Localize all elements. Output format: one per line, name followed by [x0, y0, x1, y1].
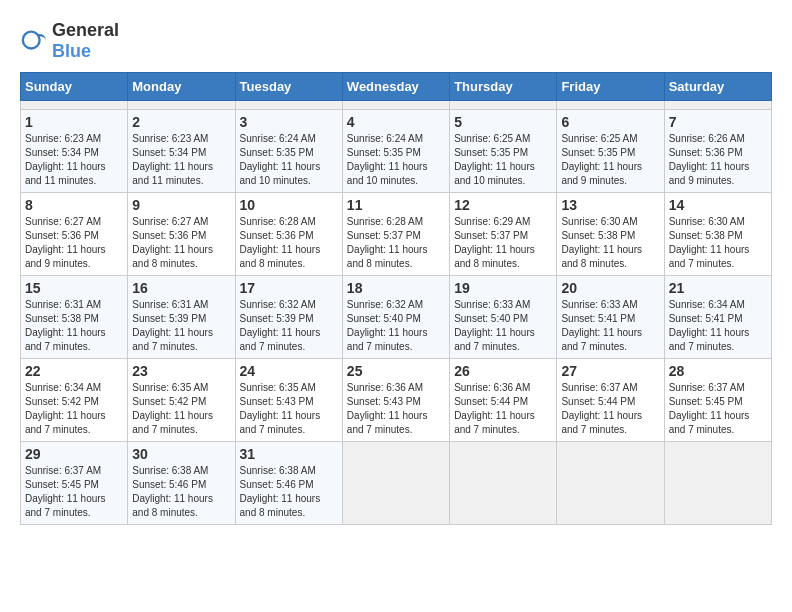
day-number: 19 — [454, 280, 552, 296]
sunrise: Sunrise: 6:25 AM — [454, 133, 530, 144]
daylight: Daylight: 11 hours and 7 minutes. — [132, 410, 213, 435]
sunset: Sunset: 5:41 PM — [669, 313, 743, 324]
sunset: Sunset: 5:39 PM — [240, 313, 314, 324]
daylight: Daylight: 11 hours and 7 minutes. — [669, 244, 750, 269]
daylight: Daylight: 11 hours and 7 minutes. — [347, 410, 428, 435]
sunrise: Sunrise: 6:24 AM — [347, 133, 423, 144]
calendar-cell: 29Sunrise: 6:37 AMSunset: 5:45 PMDayligh… — [21, 442, 128, 525]
daylight: Daylight: 11 hours and 7 minutes. — [240, 410, 321, 435]
calendar-cell: 7Sunrise: 6:26 AMSunset: 5:36 PMDaylight… — [664, 110, 771, 193]
sunset: Sunset: 5:38 PM — [669, 230, 743, 241]
daylight: Daylight: 11 hours and 8 minutes. — [240, 244, 321, 269]
sunrise: Sunrise: 6:23 AM — [132, 133, 208, 144]
day-number: 4 — [347, 114, 445, 130]
sunrise: Sunrise: 6:33 AM — [454, 299, 530, 310]
header-wednesday: Wednesday — [342, 73, 449, 101]
day-number: 21 — [669, 280, 767, 296]
header-friday: Friday — [557, 73, 664, 101]
sunrise: Sunrise: 6:33 AM — [561, 299, 637, 310]
svg-point-0 — [23, 32, 40, 49]
day-info: Sunrise: 6:32 AMSunset: 5:40 PMDaylight:… — [347, 298, 445, 354]
day-info: Sunrise: 6:23 AMSunset: 5:34 PMDaylight:… — [25, 132, 123, 188]
sunset: Sunset: 5:35 PM — [561, 147, 635, 158]
day-number: 27 — [561, 363, 659, 379]
calendar-cell — [342, 101, 449, 110]
calendar-cell: 2Sunrise: 6:23 AMSunset: 5:34 PMDaylight… — [128, 110, 235, 193]
calendar-week-row: 22Sunrise: 6:34 AMSunset: 5:42 PMDayligh… — [21, 359, 772, 442]
calendar-week-row: 15Sunrise: 6:31 AMSunset: 5:38 PMDayligh… — [21, 276, 772, 359]
day-info: Sunrise: 6:24 AMSunset: 5:35 PMDaylight:… — [347, 132, 445, 188]
day-number: 10 — [240, 197, 338, 213]
daylight: Daylight: 11 hours and 7 minutes. — [25, 410, 106, 435]
day-number: 12 — [454, 197, 552, 213]
sunrise: Sunrise: 6:35 AM — [132, 382, 208, 393]
sunrise: Sunrise: 6:30 AM — [561, 216, 637, 227]
calendar-cell: 16Sunrise: 6:31 AMSunset: 5:39 PMDayligh… — [128, 276, 235, 359]
day-info: Sunrise: 6:30 AMSunset: 5:38 PMDaylight:… — [669, 215, 767, 271]
day-info: Sunrise: 6:36 AMSunset: 5:44 PMDaylight:… — [454, 381, 552, 437]
day-number: 1 — [25, 114, 123, 130]
calendar-cell: 31Sunrise: 6:38 AMSunset: 5:46 PMDayligh… — [235, 442, 342, 525]
sunset: Sunset: 5:35 PM — [240, 147, 314, 158]
calendar-cell — [235, 101, 342, 110]
calendar-cell — [557, 442, 664, 525]
day-info: Sunrise: 6:37 AMSunset: 5:45 PMDaylight:… — [25, 464, 123, 520]
calendar-cell: 3Sunrise: 6:24 AMSunset: 5:35 PMDaylight… — [235, 110, 342, 193]
sunset: Sunset: 5:46 PM — [240, 479, 314, 490]
logo-icon — [20, 27, 48, 55]
day-number: 11 — [347, 197, 445, 213]
daylight: Daylight: 11 hours and 7 minutes. — [561, 327, 642, 352]
calendar-week-row — [21, 101, 772, 110]
daylight: Daylight: 11 hours and 9 minutes. — [561, 161, 642, 186]
day-number: 9 — [132, 197, 230, 213]
sunrise: Sunrise: 6:37 AM — [25, 465, 101, 476]
day-info: Sunrise: 6:28 AMSunset: 5:36 PMDaylight:… — [240, 215, 338, 271]
calendar-cell: 4Sunrise: 6:24 AMSunset: 5:35 PMDaylight… — [342, 110, 449, 193]
day-number: 26 — [454, 363, 552, 379]
daylight: Daylight: 11 hours and 8 minutes. — [132, 244, 213, 269]
daylight: Daylight: 11 hours and 9 minutes. — [25, 244, 106, 269]
daylight: Daylight: 11 hours and 7 minutes. — [669, 327, 750, 352]
calendar-cell — [450, 442, 557, 525]
sunrise: Sunrise: 6:30 AM — [669, 216, 745, 227]
day-number: 3 — [240, 114, 338, 130]
header-thursday: Thursday — [450, 73, 557, 101]
day-number: 7 — [669, 114, 767, 130]
day-info: Sunrise: 6:30 AMSunset: 5:38 PMDaylight:… — [561, 215, 659, 271]
header-saturday: Saturday — [664, 73, 771, 101]
calendar-cell: 11Sunrise: 6:28 AMSunset: 5:37 PMDayligh… — [342, 193, 449, 276]
calendar-cell — [342, 442, 449, 525]
calendar-cell: 19Sunrise: 6:33 AMSunset: 5:40 PMDayligh… — [450, 276, 557, 359]
day-number: 30 — [132, 446, 230, 462]
daylight: Daylight: 11 hours and 11 minutes. — [132, 161, 213, 186]
day-info: Sunrise: 6:24 AMSunset: 5:35 PMDaylight:… — [240, 132, 338, 188]
sunrise: Sunrise: 6:23 AM — [25, 133, 101, 144]
day-number: 14 — [669, 197, 767, 213]
day-number: 13 — [561, 197, 659, 213]
sunrise: Sunrise: 6:34 AM — [669, 299, 745, 310]
day-number: 25 — [347, 363, 445, 379]
sunset: Sunset: 5:46 PM — [132, 479, 206, 490]
daylight: Daylight: 11 hours and 10 minutes. — [240, 161, 321, 186]
calendar-cell — [128, 101, 235, 110]
sunset: Sunset: 5:36 PM — [240, 230, 314, 241]
calendar-cell — [664, 101, 771, 110]
day-number: 16 — [132, 280, 230, 296]
daylight: Daylight: 11 hours and 10 minutes. — [347, 161, 428, 186]
day-number: 22 — [25, 363, 123, 379]
day-info: Sunrise: 6:37 AMSunset: 5:45 PMDaylight:… — [669, 381, 767, 437]
page-header: General Blue — [20, 20, 772, 62]
day-info: Sunrise: 6:38 AMSunset: 5:46 PMDaylight:… — [240, 464, 338, 520]
calendar-cell: 1Sunrise: 6:23 AMSunset: 5:34 PMDaylight… — [21, 110, 128, 193]
header-monday: Monday — [128, 73, 235, 101]
sunset: Sunset: 5:44 PM — [561, 396, 635, 407]
day-info: Sunrise: 6:32 AMSunset: 5:39 PMDaylight:… — [240, 298, 338, 354]
day-info: Sunrise: 6:34 AMSunset: 5:41 PMDaylight:… — [669, 298, 767, 354]
weekday-header-row: Sunday Monday Tuesday Wednesday Thursday… — [21, 73, 772, 101]
calendar-cell: 18Sunrise: 6:32 AMSunset: 5:40 PMDayligh… — [342, 276, 449, 359]
daylight: Daylight: 11 hours and 11 minutes. — [25, 161, 106, 186]
sunset: Sunset: 5:43 PM — [240, 396, 314, 407]
day-number: 23 — [132, 363, 230, 379]
calendar-cell: 5Sunrise: 6:25 AMSunset: 5:35 PMDaylight… — [450, 110, 557, 193]
day-info: Sunrise: 6:25 AMSunset: 5:35 PMDaylight:… — [561, 132, 659, 188]
